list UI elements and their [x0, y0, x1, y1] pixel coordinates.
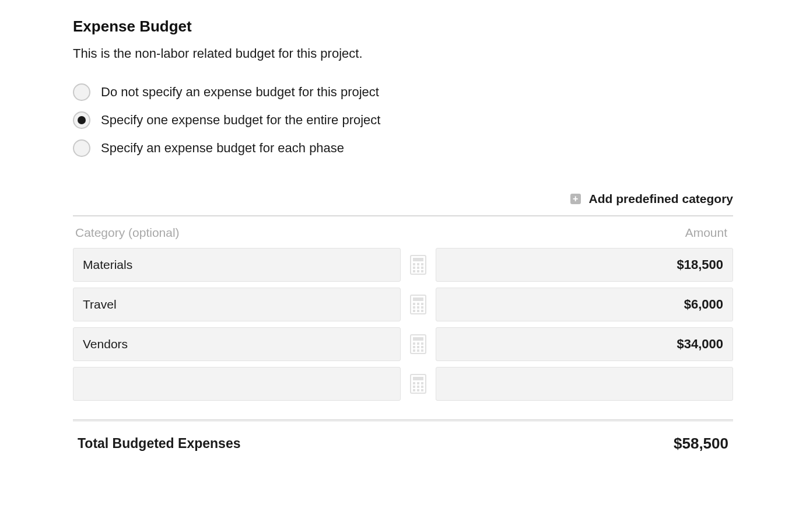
add-category-label: Add predefined category [589, 192, 733, 206]
category-input[interactable] [73, 288, 401, 321]
svg-rect-27 [413, 346, 415, 348]
svg-rect-25 [417, 342, 419, 345]
svg-rect-39 [417, 386, 419, 388]
svg-rect-35 [413, 382, 415, 384]
category-input[interactable] [73, 327, 401, 361]
svg-rect-5 [413, 267, 415, 269]
svg-rect-29 [421, 346, 423, 348]
svg-rect-38 [413, 386, 415, 388]
svg-rect-37 [421, 382, 423, 384]
table-row [73, 367, 733, 401]
radio-icon [73, 139, 90, 157]
total-label: Total Budgeted Expenses [78, 436, 240, 452]
svg-rect-10 [421, 270, 423, 272]
total-row: Total Budgeted Expenses $58,500 [73, 435, 733, 453]
svg-rect-42 [417, 389, 419, 391]
category-input[interactable] [73, 367, 401, 401]
calculator-button[interactable] [406, 367, 430, 401]
svg-rect-2 [413, 263, 415, 265]
calculator-icon [410, 334, 426, 354]
divider [73, 419, 733, 422]
radio-label: Do not specify an expense budget for thi… [101, 85, 379, 100]
svg-rect-34 [413, 377, 423, 380]
svg-rect-3 [417, 263, 419, 265]
section-heading: Expense Budget [73, 18, 733, 36]
svg-rect-31 [417, 349, 419, 352]
radio-icon [73, 83, 90, 101]
category-input[interactable] [73, 248, 401, 282]
column-header-category: Category (optional) [73, 226, 436, 240]
add-predefined-category-button[interactable]: + Add predefined category [570, 192, 733, 206]
table-row [73, 288, 733, 321]
svg-rect-9 [417, 270, 419, 272]
svg-rect-1 [413, 258, 423, 261]
divider [73, 215, 733, 216]
svg-rect-18 [421, 306, 423, 309]
calculator-icon [410, 374, 426, 394]
radio-phase-budget[interactable]: Specify an expense budget for each phase [73, 139, 733, 157]
column-header-amount: Amount [436, 226, 733, 240]
calculator-button[interactable] [406, 248, 430, 282]
budget-type-radio-group: Do not specify an expense budget for thi… [73, 83, 733, 157]
svg-rect-26 [421, 342, 423, 345]
svg-rect-43 [421, 389, 423, 391]
total-amount: $58,500 [674, 435, 728, 453]
svg-rect-14 [417, 303, 419, 305]
amount-input[interactable] [436, 248, 733, 282]
svg-rect-13 [413, 303, 415, 305]
svg-rect-6 [417, 267, 419, 269]
radio-label: Specify one expense budget for the entir… [101, 113, 380, 128]
svg-rect-23 [413, 337, 423, 341]
svg-rect-36 [417, 382, 419, 384]
svg-rect-4 [421, 263, 423, 265]
table-row [73, 248, 733, 282]
svg-rect-30 [413, 349, 415, 352]
svg-rect-24 [413, 342, 415, 345]
svg-rect-40 [421, 386, 423, 388]
svg-rect-41 [413, 389, 415, 391]
svg-rect-21 [421, 310, 423, 312]
amount-input[interactable] [436, 327, 733, 361]
svg-rect-28 [417, 346, 419, 348]
calculator-icon [410, 295, 426, 314]
svg-rect-8 [413, 270, 415, 272]
calculator-button[interactable] [406, 327, 430, 361]
radio-one-budget[interactable]: Specify one expense budget for the entir… [73, 111, 733, 129]
radio-label: Specify an expense budget for each phase [101, 141, 344, 156]
calculator-icon [410, 255, 426, 275]
amount-input[interactable] [436, 288, 733, 321]
table-row [73, 327, 733, 361]
svg-rect-17 [417, 306, 419, 309]
table-header: Category (optional) Amount [73, 226, 733, 240]
add-category-row: + Add predefined category [73, 192, 733, 206]
calculator-button[interactable] [406, 288, 430, 321]
svg-rect-15 [421, 303, 423, 305]
amount-input[interactable] [436, 367, 733, 401]
section-description: This is the non-labor related budget for… [73, 46, 733, 61]
svg-rect-7 [421, 267, 423, 269]
svg-rect-32 [421, 349, 423, 352]
radio-no-budget[interactable]: Do not specify an expense budget for thi… [73, 83, 733, 101]
plus-icon: + [570, 194, 581, 204]
svg-rect-20 [417, 310, 419, 312]
radio-icon [73, 111, 90, 129]
svg-rect-16 [413, 306, 415, 309]
svg-rect-12 [413, 298, 423, 301]
svg-rect-19 [413, 310, 415, 312]
